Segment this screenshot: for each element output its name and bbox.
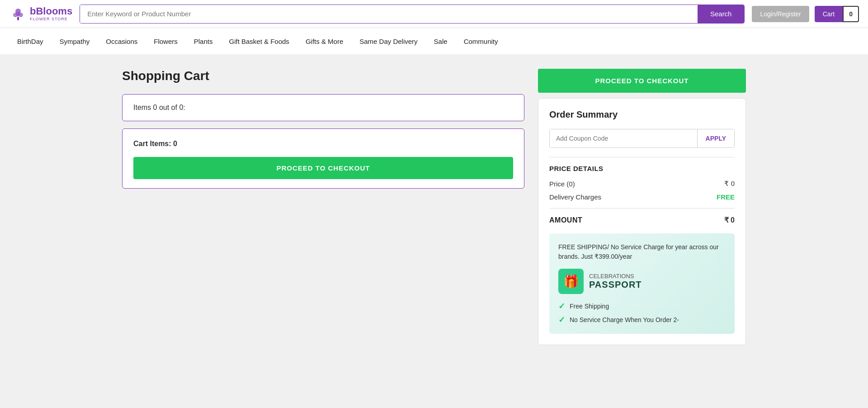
search-wrapper: Search [80, 5, 745, 24]
coupon-input[interactable] [550, 129, 697, 147]
nav-item-sale[interactable]: Sale [426, 28, 456, 54]
price-label: Price (0) [549, 180, 575, 188]
logo: bBlooms FLOWER STORE [9, 5, 72, 23]
order-summary-box: Order Summary APPLY PRICE DETAILS Price … [538, 98, 746, 345]
nav-item-flowers[interactable]: Flowers [146, 28, 186, 54]
svg-rect-4 [17, 17, 19, 20]
nav-item-gift-basket[interactable]: Gift Basket & Foods [221, 28, 297, 54]
check-icon-0: ✓ [558, 301, 565, 311]
cart-button[interactable]: Cart [815, 6, 843, 22]
svg-point-3 [16, 12, 20, 16]
cart-title: Shopping Cart [122, 69, 524, 83]
navigation: BirthDay Sympathy Occasions Flowers Plan… [0, 28, 868, 55]
order-summary-title: Order Summary [549, 109, 735, 120]
logo-tagline: FLOWER STORE [30, 17, 72, 22]
nav-item-gifts-more[interactable]: Gifts & More [297, 28, 351, 54]
logo-brand: bBlooms [30, 6, 72, 17]
search-input[interactable] [80, 5, 698, 23]
nav-item-community[interactable]: Community [456, 28, 506, 54]
login-register-button[interactable]: Login/Register [752, 6, 809, 22]
passport-feature-0: ✓ Free Shipping [558, 301, 726, 311]
amount-label: AMOUNT [549, 216, 582, 224]
nav-item-same-day[interactable]: Same Day Delivery [351, 28, 425, 54]
amount-row: AMOUNT ₹ 0 [549, 216, 735, 224]
passport-icon: 🎁 [558, 269, 584, 294]
passport-feature-label-1: No Service Charge When You Order 2- [570, 316, 679, 323]
cart-area: Cart 0 [815, 6, 859, 22]
price-value: ₹ 0 [724, 180, 735, 188]
passport-banner: FREE SHIPPING/ No Service Charge for yea… [549, 233, 735, 334]
search-button[interactable]: Search [698, 5, 745, 23]
items-count-box: Items 0 out of 0: [122, 94, 524, 121]
passport-feature-label-0: Free Shipping [570, 303, 609, 310]
nav-item-occasions[interactable]: Occasions [98, 28, 146, 54]
check-icon-1: ✓ [558, 315, 565, 325]
passport-features: ✓ Free Shipping ✓ No Service Charge When… [558, 301, 726, 325]
cart-section: Shopping Cart Items 0 out of 0: Cart Ite… [122, 69, 524, 189]
nav-item-sympathy[interactable]: Sympathy [52, 28, 98, 54]
nav-item-plants[interactable]: Plants [186, 28, 221, 54]
divider-2 [549, 208, 735, 209]
cart-items-label: Cart Items: 0 [133, 140, 513, 148]
coupon-row: APPLY [549, 129, 735, 148]
apply-coupon-button[interactable]: APPLY [697, 129, 734, 147]
cart-items-box: Cart Items: 0 PROCEED TO CHECKOUT [122, 128, 524, 189]
passport-banner-text: FREE SHIPPING/ No Service Charge for yea… [558, 242, 726, 261]
logo-icon [9, 5, 27, 23]
order-summary-section: PROCEED TO CHECKOUT Order Summary APPLY … [538, 69, 746, 345]
passport-brand-line1: CELEBRATIONS [589, 273, 642, 280]
items-count-label: Items 0 out of 0: [133, 104, 185, 111]
logo-text: bBlooms FLOWER STORE [30, 6, 72, 21]
header-actions: Login/Register Cart 0 [752, 6, 859, 22]
cart-count: 0 [843, 6, 859, 22]
nav-item-birthday[interactable]: BirthDay [9, 28, 52, 54]
delivery-label: Delivery Charges [549, 193, 601, 201]
amount-value: ₹ 0 [724, 216, 735, 224]
delivery-row: Delivery Charges FREE [549, 193, 735, 201]
passport-name: CELEBRATIONS PASSPORT [589, 273, 642, 290]
header: bBlooms FLOWER STORE Search Login/Regist… [0, 0, 868, 28]
delivery-value: FREE [717, 193, 735, 201]
price-details-title: PRICE DETAILS [549, 165, 735, 172]
main-content: Shopping Cart Items 0 out of 0: Cart Ite… [86, 55, 782, 359]
passport-feature-1: ✓ No Service Charge When You Order 2- [558, 315, 726, 325]
passport-brand-line2: PASSPORT [589, 280, 642, 290]
proceed-checkout-button-top[interactable]: PROCEED TO CHECKOUT [538, 69, 746, 93]
passport-logo-row: 🎁 CELEBRATIONS PASSPORT [558, 269, 726, 294]
price-row: Price (0) ₹ 0 [549, 180, 735, 188]
divider-1 [549, 157, 735, 157]
proceed-checkout-button-main[interactable]: PROCEED TO CHECKOUT [133, 157, 513, 179]
